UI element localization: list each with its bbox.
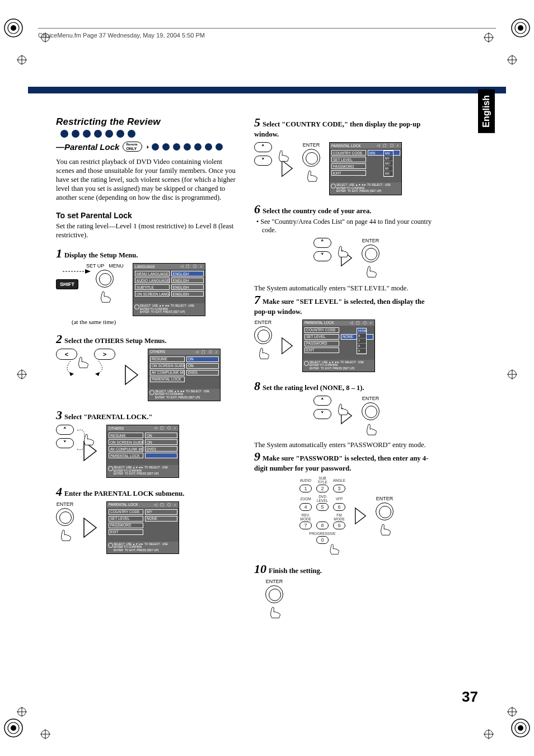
big-arrow-icon xyxy=(281,337,293,355)
step-7: 7 Make sure "SET LEVEL" is selected, the… xyxy=(254,294,439,373)
svg-point-5 xyxy=(518,25,523,31)
ring-corner-icon xyxy=(2,717,25,739)
big-arrow-icon xyxy=(83,517,97,538)
finger-icon xyxy=(275,148,290,162)
enter-label: ENTER xyxy=(57,501,74,507)
screen-language: LANGUAGE◁ ▢ ⬡ ♪MENU LANGUAGEENGLISHAUDIO… xyxy=(133,263,205,316)
crop-mark-icon xyxy=(17,369,27,379)
finger-icon xyxy=(335,401,349,416)
up-button: ˄ xyxy=(56,425,74,435)
enter-label: ENTER xyxy=(362,396,380,401)
crop-mark-icon xyxy=(17,55,27,65)
step1-caption: (at the same time) xyxy=(72,318,241,325)
shift-button: SHIFT xyxy=(56,279,78,289)
step-9: 9 Make sure "PASSWORD" is selected, then… xyxy=(254,450,439,555)
section-title-text: Restricting the Review xyxy=(56,116,161,127)
crop-mark-icon xyxy=(507,55,517,65)
dashed-arrow-icon xyxy=(63,269,91,279)
dot-strip-icon xyxy=(152,143,223,151)
enter-label: ENTER xyxy=(376,496,394,501)
up-button: ˄ xyxy=(313,396,331,406)
crop-mark-icon xyxy=(40,729,50,739)
finger-icon xyxy=(81,431,95,446)
up-button: ˄ xyxy=(313,238,331,248)
left-button: < xyxy=(56,349,77,360)
svg-marker-53 xyxy=(355,508,366,524)
ring-corner-icon xyxy=(2,17,25,39)
double-chevron-icon: ›› xyxy=(147,143,147,150)
finger-icon xyxy=(304,168,318,182)
banner xyxy=(28,87,506,93)
ring-corner-icon xyxy=(509,17,532,39)
dot-strip-icon xyxy=(60,130,135,138)
enter-label: ENTER xyxy=(303,142,320,148)
right-button: > xyxy=(94,349,115,360)
ring-corner-icon xyxy=(509,717,532,739)
enter-label: ENTER xyxy=(255,320,272,325)
crop-mark-icon xyxy=(484,729,494,739)
crop-mark-icon xyxy=(17,707,27,717)
finger-icon xyxy=(75,354,90,369)
svg-marker-48 xyxy=(84,518,96,537)
svg-marker-44 xyxy=(69,372,74,376)
menu-label: MENU xyxy=(109,263,124,269)
screen-parental-lock: PARENTAL LOCK◁ ▢ ⬡ ♪COUNTRY CODEMNSET LE… xyxy=(329,142,402,195)
step-2: 2 Select the OTHERS Setup Menus. < > OTH… xyxy=(56,333,241,402)
finger-icon xyxy=(335,243,349,258)
screen-others: OTHERS◁ ▢ ⬡ ♪RESUMEONON SCREEN GUIDEONAV… xyxy=(106,425,179,478)
finger-icon xyxy=(58,527,72,542)
setup-button xyxy=(96,270,114,288)
step-10: 10 Finish the setting. ENTER xyxy=(254,563,439,619)
svg-marker-46 xyxy=(125,365,138,384)
enter-button xyxy=(56,508,74,526)
svg-point-2 xyxy=(11,25,16,31)
down-button: ˅ xyxy=(56,438,74,448)
subhead-body: Set the rating level—Level 1 (most restr… xyxy=(56,222,241,240)
crop-mark-icon xyxy=(507,707,517,717)
finger-icon xyxy=(256,345,270,360)
section-title: Restricting the Review xyxy=(56,116,241,139)
svg-marker-51 xyxy=(282,337,293,354)
page-header: ChoiceMenu.fm Page 37 Wednesday, May 19,… xyxy=(38,28,496,39)
finger-icon xyxy=(97,289,112,303)
down-button: ˅ xyxy=(313,409,331,419)
enter-button xyxy=(362,402,380,420)
page-number: 37 xyxy=(462,688,478,706)
step-4: 4 Enter the PARENTAL LOCK submenu. ENTER… xyxy=(56,486,241,555)
enter-button xyxy=(254,326,272,344)
step6-bullet: • See "Country/Area Codes List" on page … xyxy=(262,218,439,234)
big-arrow-icon xyxy=(124,364,139,386)
down-button: ˅ xyxy=(313,251,331,261)
enter-button xyxy=(376,503,394,520)
enter-button xyxy=(362,245,380,262)
crop-mark-icon xyxy=(507,369,517,379)
section-subtitle: —Parental Lock Remote ONLY ›› xyxy=(56,142,241,152)
svg-point-11 xyxy=(518,725,523,731)
enter-button xyxy=(302,149,320,167)
subhead: To set Parental Lock xyxy=(56,211,241,220)
finger-icon xyxy=(363,264,378,278)
svg-point-8 xyxy=(11,725,16,731)
enter-label: ENTER xyxy=(362,238,380,243)
section-subtitle-text: —Parental Lock xyxy=(56,142,119,152)
up-button: ˄ xyxy=(254,142,272,152)
down-button: ˅ xyxy=(254,156,272,166)
big-arrow-icon xyxy=(354,507,367,525)
numpad-figure: AUDIOSUB TITLEANGLE123ZOOMDVD LEVELVFP45… xyxy=(299,476,345,555)
finger-icon xyxy=(377,522,392,536)
svg-marker-49 xyxy=(282,161,293,177)
big-arrow-icon xyxy=(281,159,293,177)
enter-label: ENTER xyxy=(266,579,283,584)
setup-label: SET UP xyxy=(86,263,104,269)
screen-parental-lock: PARENTAL LOCK◁ ▢ ⬡ ♪COUNTRY CODEMYSET LE… xyxy=(106,501,179,555)
step-1: 1 Display the Setup Menu. SHIFT SET UP M… xyxy=(56,247,241,325)
svg-marker-43 xyxy=(85,269,91,274)
enter-button xyxy=(265,585,283,603)
finger-icon xyxy=(363,421,378,436)
step-5: 5 Select "COUNTRY CODE," then display th… xyxy=(254,116,439,195)
screen-parental-lock: PARENTAL LOCK◁ ▢ ⬡ ♪COUNTRY CODESET LEVE… xyxy=(302,320,375,373)
screen-others: OTHERS◁ ▢ ⬡ ♪RESUMEONON SCREEN GUIDEONAV… xyxy=(148,349,221,402)
remote-only-badge: Remote ONLY xyxy=(123,142,142,152)
svg-marker-45 xyxy=(95,372,100,376)
intro-text: You can restrict playback of DVD Video c… xyxy=(56,157,241,202)
